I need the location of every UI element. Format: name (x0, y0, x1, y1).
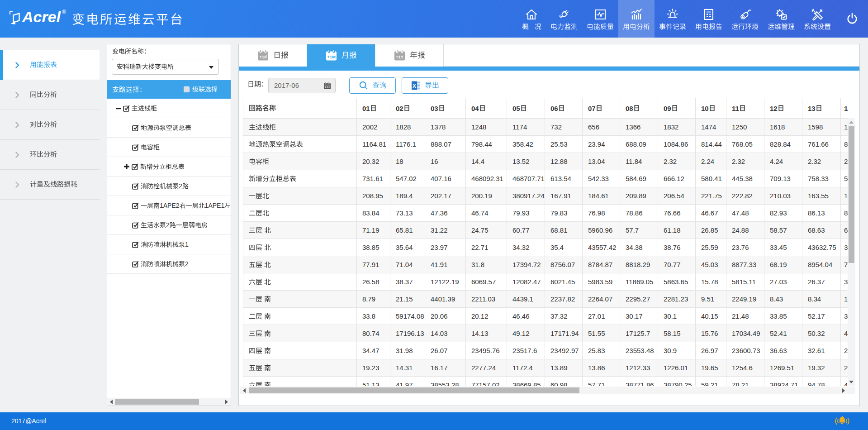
power-icon[interactable] (845, 11, 859, 26)
cjk-glyph (153, 202, 160, 209)
cjk-glyph (119, 48, 125, 54)
query-button[interactable] (349, 77, 396, 94)
cjk-glyph (262, 210, 269, 216)
scroll-down-arrow-icon[interactable] (849, 381, 854, 383)
value-cell: 17196.13 (390, 325, 425, 342)
nav-item-label (587, 23, 614, 31)
scrollbar-thumb[interactable] (115, 399, 199, 405)
tree-node-3[interactable] (107, 138, 231, 157)
sidebar-item-2[interactable] (0, 80, 100, 110)
cjk-glyph (264, 364, 271, 371)
circuit-name-cell (243, 291, 357, 308)
cjk-glyph (281, 51, 289, 59)
scroll-left-arrow-icon[interactable] (243, 388, 246, 393)
column-header-day: 10 (696, 98, 726, 119)
value-cell: 19.32 (802, 359, 841, 377)
cjk-glyph (37, 151, 43, 158)
value-cell: 46.74 (466, 205, 507, 222)
nav-item-8[interactable] (763, 0, 799, 38)
tree-node-1[interactable] (107, 99, 231, 118)
checked-checkbox-icon[interactable] (132, 144, 139, 151)
nav-item-1[interactable] (517, 0, 546, 38)
tab-2[interactable]: +1M (307, 44, 375, 67)
scrollbar-thumb[interactable] (249, 387, 579, 393)
value-cell: 38924.71 (764, 377, 802, 387)
table-row: 38.8535.6423.9722.7134.3235.443557.4234.… (243, 239, 849, 256)
nav-item-9[interactable] (799, 0, 835, 38)
scrollbar-thumb[interactable] (849, 126, 854, 263)
value-cell: 547.02 (390, 170, 425, 187)
nav-item-5[interactable] (655, 0, 691, 38)
nav-item-7[interactable] (727, 0, 763, 38)
tree-node-9[interactable]: 2 (107, 254, 231, 274)
cjk-glyph (140, 163, 147, 170)
expand-plus-icon[interactable] (124, 164, 129, 169)
value-cell: 76.66 (658, 205, 696, 222)
value-cell: 4401.39 (425, 291, 466, 308)
cjk-glyph (86, 13, 99, 25)
checked-checkbox-icon[interactable] (123, 105, 130, 112)
sidebar-item-3[interactable] (0, 110, 100, 140)
cjk-glyph (195, 222, 201, 228)
cjk-glyph (249, 296, 256, 302)
table-horizontal-scrollbar[interactable] (240, 387, 848, 394)
tree-node-6[interactable]: 1APE21APE1 (107, 196, 231, 215)
tree-node-7[interactable]: 2 (107, 215, 231, 235)
sidebar-item-1[interactable] (0, 50, 100, 80)
checked-checkbox-icon[interactable] (132, 222, 139, 229)
collapse-minus-icon[interactable] (116, 106, 121, 111)
cjk-glyph (679, 23, 686, 30)
table-vertical-scrollbar[interactable] (848, 118, 855, 386)
value-cell: 77.91 (357, 256, 390, 273)
value-cell: 57.7 (620, 222, 658, 239)
table-row: 33.859174.0820.0620.1246.4637.3227.0130.… (243, 308, 849, 325)
value-cell: 2.24 (696, 153, 726, 170)
tree-horizontal-scrollbar[interactable] (107, 398, 231, 406)
cjk-glyph (633, 105, 640, 111)
tab-1[interactable]: +1d (239, 44, 307, 67)
nav-item-4[interactable] (618, 0, 655, 38)
tree-node-4[interactable] (107, 157, 231, 177)
scroll-left-arrow-icon[interactable] (110, 400, 113, 404)
checked-checkbox-icon[interactable] (132, 202, 139, 209)
tree-node-5[interactable]: 2 (107, 177, 231, 196)
value-cell: 4 (841, 377, 849, 387)
date-input[interactable]: 2017-06 (268, 78, 336, 93)
tree-node-8[interactable]: 1 (107, 235, 231, 254)
circuit-name-cell (243, 342, 357, 359)
value-cell: 2.32 (726, 153, 764, 170)
checked-checkbox-icon[interactable] (132, 163, 138, 170)
scroll-up-arrow-icon[interactable] (849, 121, 854, 124)
checked-checkbox-icon[interactable] (132, 241, 139, 248)
cjk-glyph (151, 105, 157, 111)
value-cell: 666.12 (658, 170, 696, 187)
sidebar-item-5[interactable] (0, 170, 100, 200)
nav-item-2[interactable] (546, 0, 582, 38)
export-button[interactable]: X (402, 77, 448, 94)
sidebar-item-4[interactable] (0, 140, 100, 170)
cjk-glyph (256, 330, 262, 337)
cjk-glyph (702, 23, 709, 30)
checked-checkbox-icon[interactable] (132, 261, 139, 268)
scroll-right-arrow-icon[interactable] (842, 388, 845, 393)
checked-checkbox-icon[interactable] (132, 124, 139, 131)
cjk-glyph (153, 163, 159, 170)
notification-bell-icon[interactable] (835, 415, 850, 427)
cascade-select-checkbox[interactable] (184, 86, 218, 93)
checked-checkbox-icon[interactable] (132, 183, 139, 190)
nav-item-6[interactable] (691, 0, 727, 38)
station-select[interactable] (112, 59, 219, 75)
value-cell: 14.13 (466, 325, 507, 342)
plug-icon (557, 8, 571, 21)
nav-item-3[interactable] (582, 0, 618, 38)
calendar-icon[interactable] (323, 82, 331, 90)
value-cell: 189.4 (390, 187, 425, 205)
cjk-glyph (256, 192, 262, 199)
tab-3[interactable]: +1Y (375, 44, 444, 67)
tree-node-2[interactable] (107, 118, 231, 138)
value-cell: 20.06 (425, 308, 466, 325)
report-icon (702, 8, 716, 21)
cjk-glyph (781, 23, 788, 30)
cjk-glyph (128, 13, 141, 25)
scroll-right-arrow-icon[interactable] (225, 400, 228, 404)
